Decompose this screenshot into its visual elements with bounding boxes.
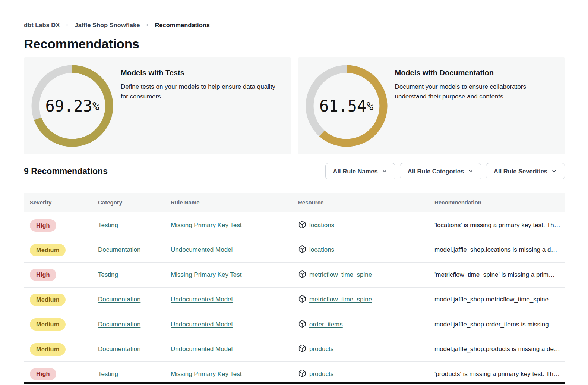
main-content: dbt Labs DX Jaffle Shop Snowflake Recomm… bbox=[24, 0, 565, 385]
card-text: Models with Tests Define tests on your m… bbox=[121, 65, 284, 147]
recommendation-text: 'locations' is missing a primary key tes… bbox=[429, 222, 565, 229]
filter-bar: 9 Recommendations All Rule Names All Rul… bbox=[24, 163, 565, 180]
filters: All Rule Names All Rule Categories All R… bbox=[325, 163, 565, 179]
model-cube-icon bbox=[298, 369, 306, 379]
breadcrumb-link-project[interactable]: Jaffle Shop Snowflake bbox=[75, 21, 140, 29]
recommendation-text: 'metricflow_time_spine' is missing a pri… bbox=[429, 271, 565, 279]
category-link[interactable]: Testing bbox=[98, 271, 118, 278]
model-cube-icon bbox=[298, 245, 306, 255]
resource-link[interactable]: products bbox=[309, 345, 333, 353]
category-link[interactable]: Documentation bbox=[98, 345, 140, 353]
donut-wrap: 61.54% bbox=[306, 65, 388, 147]
filter-rule-names-dropdown[interactable]: All Rule Names bbox=[325, 163, 395, 179]
category-link[interactable]: Documentation bbox=[98, 321, 140, 328]
category-link[interactable]: Testing bbox=[98, 222, 118, 229]
recommendation-text: model.jaffle_shop.order_items is missing… bbox=[429, 321, 565, 328]
table-row: Medium Documentation Undocumented Model … bbox=[24, 238, 565, 263]
model-cube-icon bbox=[298, 295, 306, 304]
category-link[interactable]: Testing bbox=[98, 370, 118, 378]
table-body: High Testing Missing Primary Key Test lo… bbox=[24, 213, 565, 385]
chevron-down-icon bbox=[551, 168, 557, 174]
filter-label: All Rule Names bbox=[333, 168, 378, 175]
rule-name-link[interactable]: Missing Primary Key Test bbox=[171, 222, 242, 229]
rule-name-link[interactable]: Undocumented Model bbox=[171, 246, 233, 253]
table-header: Severity Category Rule Name Resource Rec… bbox=[24, 193, 565, 212]
table-row: Medium Documentation Undocumented Model … bbox=[24, 312, 565, 337]
resource-link[interactable]: locations bbox=[309, 222, 334, 229]
column-header-category: Category bbox=[92, 199, 165, 206]
left-edge-divider bbox=[5, 0, 5, 385]
card-title: Models with Documentation bbox=[395, 68, 558, 78]
donut-percent-label: 69.23% bbox=[31, 65, 113, 147]
severity-badge: High bbox=[30, 269, 56, 281]
breadcrumb-current: Recommendations bbox=[155, 21, 210, 29]
breadcrumb-link-account[interactable]: dbt Labs DX bbox=[24, 21, 60, 29]
resource-link[interactable]: locations bbox=[309, 246, 334, 254]
rule-name-link[interactable]: Missing Primary Key Test bbox=[171, 271, 242, 278]
category-link[interactable]: Documentation bbox=[98, 246, 140, 253]
resource-link[interactable]: order_items bbox=[309, 321, 343, 328]
recommendation-text: model.jaffle_shop.locations is missing a… bbox=[429, 246, 565, 254]
recommendation-text: model.jaffle_shop.products is missing a … bbox=[429, 345, 565, 353]
model-cube-icon bbox=[298, 320, 306, 329]
chevron-down-icon bbox=[382, 168, 388, 174]
category-link[interactable]: Documentation bbox=[98, 296, 140, 303]
chevron-right-icon bbox=[145, 23, 149, 27]
recommendations-count: 9 Recommendations bbox=[24, 166, 108, 176]
severity-badge: Medium bbox=[30, 294, 66, 306]
card-models-with-tests: 69.23% Models with Tests Define tests on… bbox=[24, 57, 291, 154]
breadcrumb: dbt Labs DX Jaffle Shop Snowflake Recomm… bbox=[24, 0, 565, 29]
resource-link[interactable]: metricflow_time_spine bbox=[309, 271, 372, 279]
table-row: Medium Documentation Undocumented Model … bbox=[24, 337, 565, 362]
severity-badge: Medium bbox=[30, 318, 66, 331]
column-header-rule-name: Rule Name bbox=[165, 199, 292, 206]
filter-label: All Rule Severities bbox=[494, 168, 547, 175]
table-row: High Testing Missing Primary Key Test me… bbox=[24, 263, 565, 288]
filter-label: All Rule Categories bbox=[408, 168, 464, 175]
column-header-resource: Resource bbox=[292, 199, 429, 206]
donut-percent-label: 61.54% bbox=[306, 65, 388, 147]
severity-badge: High bbox=[30, 219, 56, 232]
column-header-recommendation: Recommendation bbox=[429, 199, 565, 206]
severity-badge: Medium bbox=[30, 343, 66, 356]
resource-link[interactable]: products bbox=[309, 370, 333, 378]
table-row: High Testing Missing Primary Key Test lo… bbox=[24, 213, 565, 238]
card-models-with-documentation: 61.54% Models with Documentation Documen… bbox=[298, 57, 565, 154]
table-row: High Testing Missing Primary Key Test pr… bbox=[24, 362, 565, 385]
model-cube-icon bbox=[298, 220, 306, 230]
column-header-severity: Severity bbox=[24, 199, 92, 206]
card-title: Models with Tests bbox=[121, 68, 284, 78]
filter-rule-severities-dropdown[interactable]: All Rule Severities bbox=[486, 163, 565, 179]
rule-name-link[interactable]: Undocumented Model bbox=[171, 321, 233, 328]
filter-rule-categories-dropdown[interactable]: All Rule Categories bbox=[400, 163, 481, 179]
severity-badge: High bbox=[30, 368, 56, 380]
card-text: Models with Documentation Document your … bbox=[395, 65, 558, 147]
severity-badge: Medium bbox=[30, 244, 66, 256]
chevron-down-icon bbox=[468, 168, 474, 174]
recommendation-text: 'products' is missing a primary key test… bbox=[429, 370, 565, 378]
rule-name-link[interactable]: Undocumented Model bbox=[171, 345, 233, 353]
chevron-right-icon bbox=[65, 23, 69, 27]
horizontal-scrollbar[interactable] bbox=[24, 382, 565, 384]
recommendations-table: Severity Category Rule Name Resource Rec… bbox=[24, 193, 565, 385]
model-cube-icon bbox=[298, 344, 306, 354]
recommendation-text: model.jaffle_shop.metricflow_time_spine … bbox=[429, 296, 565, 303]
table-row: Medium Documentation Undocumented Model … bbox=[24, 288, 565, 313]
card-description: Define tests on your models to help ensu… bbox=[121, 82, 284, 101]
resource-link[interactable]: metricflow_time_spine bbox=[309, 296, 372, 303]
rule-name-link[interactable]: Missing Primary Key Test bbox=[171, 370, 242, 378]
donut-wrap: 69.23% bbox=[31, 65, 113, 147]
rule-name-link[interactable]: Undocumented Model bbox=[171, 296, 233, 303]
model-cube-icon bbox=[298, 270, 306, 280]
card-description: Document your models to ensure collabora… bbox=[395, 82, 558, 101]
metric-cards: 69.23% Models with Tests Define tests on… bbox=[24, 57, 565, 154]
page-title: Recommendations bbox=[24, 36, 565, 52]
